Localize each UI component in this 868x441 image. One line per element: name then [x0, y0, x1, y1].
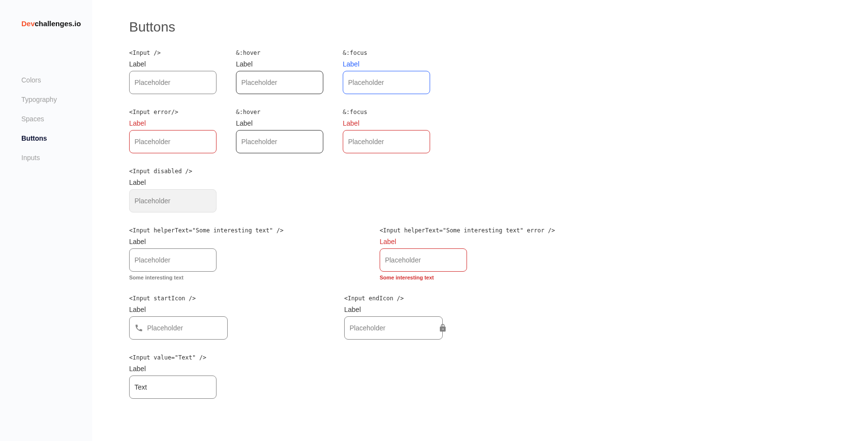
cell-input-disabled: <Input disabled /> Label	[129, 168, 217, 212]
variant-tag: <Input endIcon />	[344, 295, 443, 302]
input-starticon-wrap[interactable]	[129, 316, 228, 340]
sidebar: Devchallenges.io Colors Typography Space…	[0, 0, 92, 441]
cell-input-default: <Input /> Label	[129, 49, 217, 94]
phone-icon	[134, 324, 143, 332]
variant-tag: <Input value="Text" />	[129, 354, 217, 361]
variant-tag: <Input startIcon />	[129, 295, 228, 302]
row-helper: <Input helperText="Some interesting text…	[129, 227, 868, 280]
input-label: Label	[343, 60, 430, 68]
logo-dev: Dev	[21, 19, 35, 28]
input-disabled	[129, 189, 217, 212]
main: Buttons <Input /> Label &:hover Label &:…	[92, 0, 868, 441]
input-label: Label	[129, 365, 217, 373]
logo-rest: challenges.io	[35, 19, 81, 28]
variant-tag: &:focus	[343, 109, 430, 115]
nav-item-spaces[interactable]: Spaces	[21, 115, 92, 123]
variant-tag: &:hover	[236, 49, 323, 56]
input-starticon[interactable]	[147, 324, 232, 332]
input-label: Label	[129, 179, 217, 186]
nav: Colors Typography Spaces Buttons Inputs	[21, 76, 92, 162]
helper-text: Some interesting text	[129, 275, 284, 280]
input-default[interactable]	[129, 71, 217, 94]
cell-input-value: <Input value="Text" /> Label	[129, 354, 217, 399]
input-focus[interactable]	[343, 71, 430, 94]
input-endicon-wrap[interactable]	[344, 316, 443, 340]
input-label: Label	[129, 306, 228, 313]
cell-input-focus: &:focus Label	[343, 49, 430, 94]
input-label: Label	[129, 119, 217, 127]
nav-item-inputs[interactable]: Inputs	[21, 154, 92, 162]
helper-text: Some interesting text	[380, 275, 555, 280]
variant-tag: <Input helperText="Some interesting text…	[380, 227, 555, 234]
input-label: Label	[236, 119, 323, 127]
input-helper-error[interactable]	[380, 248, 467, 272]
variant-tag: &:hover	[236, 109, 323, 115]
input-label: Label	[129, 238, 284, 245]
input-error-hover[interactable]	[236, 130, 323, 153]
nav-item-colors[interactable]: Colors	[21, 76, 92, 84]
input-label: Label	[380, 238, 555, 245]
cell-input-helper-error: <Input helperText="Some interesting text…	[380, 227, 555, 280]
row-error-states: <Input error/> Label &:hover Label &:foc…	[129, 109, 868, 153]
cell-input-error-hover: &:hover Label	[236, 109, 323, 153]
lock-icon	[438, 324, 447, 332]
row-default-states: <Input /> Label &:hover Label &:focus La…	[129, 49, 868, 94]
variant-tag: &:focus	[343, 49, 430, 56]
page-title: Buttons	[129, 19, 868, 35]
variant-tag: <Input error/>	[129, 109, 217, 115]
cell-input-error-focus: &:focus Label	[343, 109, 430, 153]
input-label: Label	[344, 306, 443, 313]
row-icons: <Input startIcon /> Label <Input endIcon…	[129, 295, 868, 340]
logo: Devchallenges.io	[21, 19, 92, 28]
input-label: Label	[129, 60, 217, 68]
row-disabled: <Input disabled /> Label	[129, 168, 868, 212]
input-label: Label	[343, 119, 430, 127]
nav-item-typography[interactable]: Typography	[21, 96, 92, 103]
cell-input-error: <Input error/> Label	[129, 109, 217, 153]
input-endicon[interactable]	[350, 324, 434, 332]
variant-tag: <Input disabled />	[129, 168, 217, 175]
input-value[interactable]	[129, 376, 217, 399]
cell-input-starticon: <Input startIcon /> Label	[129, 295, 228, 340]
input-error[interactable]	[129, 130, 217, 153]
input-label: Label	[236, 60, 323, 68]
input-hover[interactable]	[236, 71, 323, 94]
input-helper[interactable]	[129, 248, 217, 272]
variant-tag: <Input helperText="Some interesting text…	[129, 227, 284, 234]
cell-input-hover: &:hover Label	[236, 49, 323, 94]
input-error-focus[interactable]	[343, 130, 430, 153]
cell-input-endicon: <Input endIcon /> Label	[344, 295, 443, 340]
nav-item-buttons[interactable]: Buttons	[21, 134, 92, 142]
row-value: <Input value="Text" /> Label	[129, 354, 868, 399]
cell-input-helper: <Input helperText="Some interesting text…	[129, 227, 284, 280]
variant-tag: <Input />	[129, 49, 217, 56]
